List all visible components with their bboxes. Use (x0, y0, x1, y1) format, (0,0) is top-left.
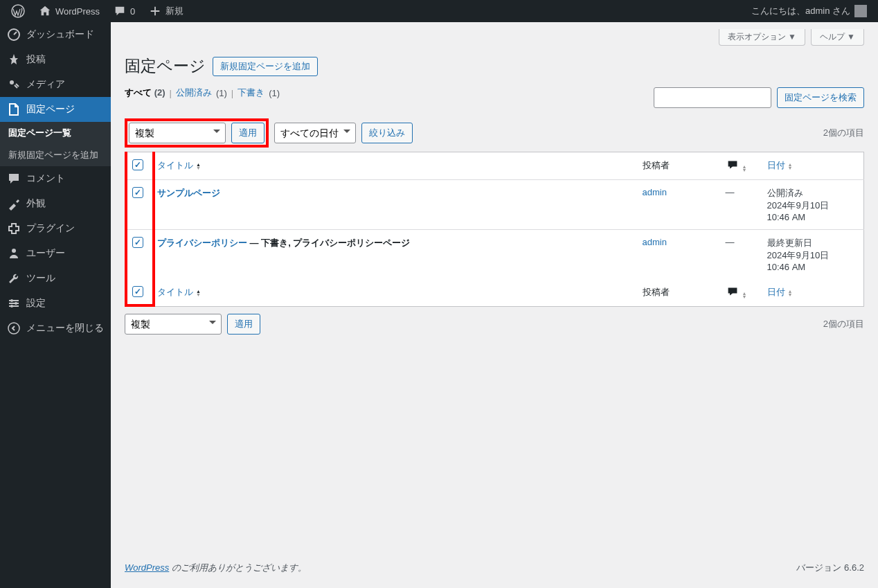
site-name[interactable]: WordPress (33, 0, 105, 22)
add-new-page-button[interactable]: 新規固定ページを追加 (213, 57, 318, 76)
sidebar-item-settings[interactable]: 設定 (0, 291, 111, 316)
post-state: — 下書き, プライバシーポリシーページ (247, 238, 410, 248)
date-filter-select[interactable]: すべての日付 (274, 123, 356, 143)
col-comments[interactable]: ▲▼ (719, 279, 760, 307)
col-title[interactable]: タイトル (157, 287, 193, 297)
comments-link[interactable]: 0 (108, 0, 141, 22)
comment-count: — (719, 180, 760, 230)
wordpress-icon (11, 4, 25, 18)
sidebar-label: メディア (26, 78, 65, 91)
dashboard-icon (7, 28, 21, 42)
comment-icon (726, 286, 740, 297)
sidebar-label: ツール (26, 272, 55, 285)
sidebar-label: コメント (26, 172, 65, 185)
submenu-item-add-page[interactable]: 新規固定ページを追加 (0, 144, 111, 166)
new-content-label: 新規 (165, 5, 183, 17)
sidebar-label: 設定 (26, 297, 46, 310)
select-all-checkbox[interactable] (132, 159, 143, 170)
sidebar-item-collapse[interactable]: メニューを閉じる (0, 316, 111, 341)
new-content[interactable]: 新規 (143, 0, 189, 22)
search-input[interactable] (654, 87, 771, 108)
status-filters: すべて (2) | 公開済み (1) | 下書き (1) (125, 87, 280, 99)
col-author[interactable]: 投稿者 (636, 279, 719, 307)
submenu-item-all-pages[interactable]: 固定ページ一覧 (0, 122, 111, 144)
apply-button[interactable]: 適用 (231, 123, 265, 143)
svg-point-2 (10, 80, 14, 84)
sidebar-item-media[interactable]: メディア (0, 72, 111, 97)
plugin-icon (7, 222, 21, 235)
item-count: 2個の項目 (823, 127, 864, 139)
date-cell: 公開済み 2024年9月10日 10:46 AM (760, 180, 864, 230)
user-greeting[interactable]: こんにちは、admin さん (746, 0, 872, 22)
plus-icon (149, 5, 161, 17)
comment-icon (114, 5, 126, 17)
row-checkbox[interactable] (132, 237, 143, 248)
col-comments[interactable]: ▲▼ (719, 152, 760, 180)
sort-icon: ▲▼ (742, 165, 747, 172)
table-row: サンプルページ admin — 公開済み 2024年9月10日 10:46 AM (125, 180, 864, 230)
pin-icon (7, 53, 21, 66)
filter-published[interactable]: 公開済み (176, 87, 212, 99)
bulk-action-select[interactable]: 複製 (129, 123, 226, 143)
col-author[interactable]: 投稿者 (636, 152, 719, 180)
comment-count: — (719, 230, 760, 280)
page-title-link[interactable]: プライバシーポリシー (157, 238, 247, 248)
sidebar-label: 投稿 (26, 53, 46, 66)
comment-icon (726, 159, 740, 170)
sidebar-label: 固定ページ (26, 103, 75, 116)
search-button[interactable]: 固定ページを検索 (777, 87, 864, 108)
sidebar-item-appearance[interactable]: 外観 (0, 191, 111, 216)
svg-point-10 (8, 323, 19, 334)
sidebar-label: ユーザー (26, 247, 65, 260)
tools-icon (7, 271, 21, 285)
sidebar-label: 外観 (26, 197, 46, 210)
sidebar-item-comments[interactable]: コメント (0, 166, 111, 191)
main-content: 表示オプション ▼ ヘルプ ▼ 固定ページ 新規固定ページを追加 すべて (2)… (111, 22, 878, 588)
select-all-checkbox-footer[interactable] (132, 286, 143, 297)
author-link[interactable]: admin (643, 237, 667, 247)
sidebar-item-pages[interactable]: 固定ページ (0, 97, 111, 122)
help-button[interactable]: ヘルプ ▼ (811, 29, 864, 46)
sort-icon: ▲▼ (788, 289, 793, 296)
col-date[interactable]: 日付 (767, 287, 785, 297)
sidebar-item-tools[interactable]: ツール (0, 266, 111, 291)
sidebar-item-dashboard[interactable]: ダッシュボード (0, 22, 111, 47)
author-link[interactable]: admin (643, 187, 667, 197)
filter-button[interactable]: 絞り込み (361, 123, 413, 143)
col-title[interactable]: タイトル (157, 160, 193, 170)
sidebar-label: ダッシュボード (26, 28, 94, 41)
page-icon (7, 103, 21, 116)
sidebar-item-users[interactable]: ユーザー (0, 241, 111, 266)
comment-icon (7, 172, 21, 186)
filter-all[interactable]: すべて (2) (125, 87, 165, 99)
apply-button-bottom[interactable]: 適用 (227, 314, 260, 335)
sidebar-label: メニューを閉じる (26, 322, 104, 335)
sort-icon: ▲▼ (742, 292, 747, 299)
appearance-icon (7, 197, 21, 211)
admin-sidebar: ダッシュボード 投稿 メディア 固定ページ 固定ページ一覧 新規固定ページを追加… (0, 22, 111, 588)
sidebar-label: プラグイン (26, 222, 75, 235)
sort-icon: ▲▼ (196, 163, 201, 170)
svg-point-8 (15, 302, 17, 305)
pages-table: タイトル▲▼ 投稿者 ▲▼ 日付▲▼ サンプルページ admin — 公開済み (125, 152, 864, 307)
row-checkbox[interactable] (132, 187, 143, 198)
item-count-bottom: 2個の項目 (823, 318, 864, 330)
wp-logo[interactable] (6, 0, 30, 22)
settings-icon (7, 296, 21, 310)
filter-draft[interactable]: 下書き (238, 87, 265, 99)
version-text: バージョン 6.6.2 (796, 562, 864, 574)
svg-point-9 (10, 305, 13, 308)
footer-wp-link[interactable]: WordPress (125, 562, 169, 573)
highlight-bulk-actions: 複製 適用 (125, 118, 269, 148)
col-date[interactable]: 日付 (767, 160, 785, 170)
bulk-action-select-bottom[interactable]: 複製 (125, 314, 222, 335)
sidebar-item-plugins[interactable]: プラグイン (0, 216, 111, 241)
svg-point-7 (10, 299, 13, 302)
media-icon (7, 78, 21, 91)
page-title-link[interactable]: サンプルページ (157, 188, 220, 198)
sidebar-item-posts[interactable]: 投稿 (0, 47, 111, 72)
svg-point-3 (12, 249, 16, 253)
screen-options-button[interactable]: 表示オプション ▼ (719, 29, 805, 46)
avatar (854, 5, 867, 17)
table-row: プライバシーポリシー — 下書き, プライバシーポリシーページ admin — … (125, 230, 864, 280)
